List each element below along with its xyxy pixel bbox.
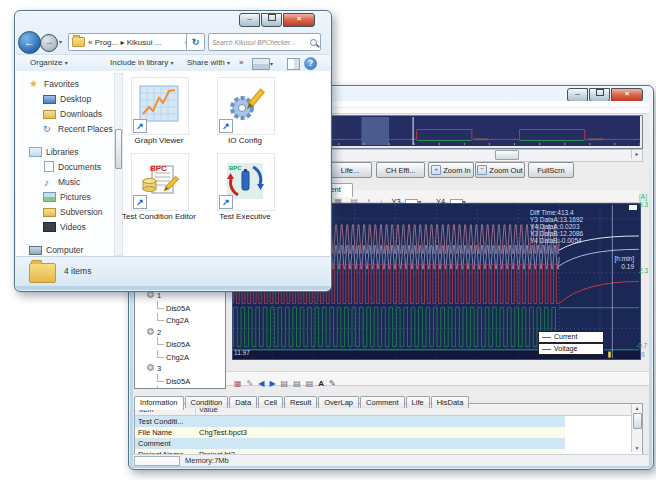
tree-node-3[interactable]: 3 (135, 364, 225, 374)
desktop-icon (43, 95, 56, 104)
file-label[interactable]: Test Condition Editor (115, 212, 203, 221)
sidebar-item-videos[interactable]: Videos (21, 220, 113, 235)
file-tile-io-config[interactable]: ↗ (217, 77, 275, 135)
scroll-right-arrow[interactable]: ► (631, 150, 642, 159)
file-tile-test-condition-editor[interactable]: BPC ↗ (131, 153, 189, 211)
sidebar-group-favorites[interactable]: Favorites (21, 77, 113, 92)
life-button[interactable]: Life... (328, 162, 372, 178)
back-button[interactable]: ← (18, 31, 41, 54)
organize-label: Organize (30, 58, 62, 67)
sidebar-item-pictures[interactable]: Pictures (21, 190, 113, 205)
table-vscrollbar[interactable]: ▲ ▼ (631, 404, 642, 452)
tree-leaf-dis05a[interactable]: Dis05A (135, 374, 225, 387)
sidebar-item-documents[interactable]: Documents (21, 160, 113, 175)
tab-hisdata[interactable]: HisData (431, 396, 470, 408)
tree-leaf-dis05a[interactable]: Dis05A (135, 337, 225, 350)
right-axis-unit: [A] (639, 193, 647, 200)
nav-item-label: Pictures (60, 192, 91, 202)
nav-group-label: Libraries (46, 147, 79, 157)
history-dropdown-icon[interactable]: ▾ (59, 38, 62, 45)
copy2-icon[interactable]: ▤ (293, 378, 301, 390)
views-dropdown-icon[interactable]: ▾ (270, 60, 273, 67)
sidebar-item-music[interactable]: Music (21, 175, 113, 190)
search-box[interactable]: Search Kikusui BPChecker... (208, 33, 321, 51)
pencil-icon[interactable]: ✎ (329, 378, 336, 390)
table-scroll-thumb[interactable] (633, 413, 642, 429)
tree-leaf-chg2a[interactable]: Chg2A (135, 386, 225, 389)
table-row[interactable]: Comment (135, 438, 565, 449)
forward-button[interactable]: → (40, 34, 58, 52)
close-button[interactable]: × (283, 13, 315, 27)
tab-overlap[interactable]: OverLap (318, 396, 359, 408)
row-value-cell: ChgTest.bpct3 (199, 427, 563, 438)
zoom-in-button[interactable]: +Zoom In (428, 162, 474, 178)
right-axis-tick-top: 5.3 (639, 201, 648, 208)
tab-comment[interactable]: Comment (360, 396, 405, 408)
help-icon[interactable]: ? (304, 57, 317, 70)
sidebar-item-subversion[interactable]: Subversion (21, 205, 113, 220)
share-with-menu[interactable]: Share with ▾ (187, 58, 230, 67)
tree-leaf-chg2a[interactable]: Chg2A (135, 313, 225, 326)
minimize-button[interactable]: – (239, 13, 260, 27)
item-count-text: 4 items (64, 266, 91, 276)
sidebar-item-recent-places[interactable]: Recent Places (21, 122, 113, 137)
details-pane: 4 items (16, 256, 330, 286)
minimize-button[interactable]: – (567, 88, 588, 102)
scroll-thumb[interactable] (495, 150, 519, 160)
tree-node-icon (147, 364, 154, 371)
tree-node-1[interactable]: 1 (135, 291, 225, 301)
nav-pane-scrollbar[interactable] (114, 73, 123, 256)
palette-icon[interactable]: ▦ (234, 378, 242, 390)
tab-condition[interactable]: Condition (185, 396, 229, 408)
copy-icon[interactable]: ▤ (281, 378, 289, 390)
toolbar-overflow-chevron[interactable]: » (239, 58, 243, 67)
zoom-out-button[interactable]: −Zoom Out (475, 162, 525, 178)
fullscreen-button[interactable]: FullScrn (528, 162, 574, 178)
tree-leaf-dis05a[interactable]: Dis05A (135, 301, 225, 314)
cursor-readout-line: Diff Time:413.4 (530, 209, 610, 216)
file-label[interactable]: Graph Viewer (115, 136, 203, 145)
tab-cell[interactable]: Cell (258, 396, 283, 408)
tab-life[interactable]: Life (406, 396, 430, 408)
tab-information[interactable]: Information (134, 396, 184, 410)
refresh-button[interactable]: ↻ (186, 33, 205, 51)
table-scroll-down-arrow[interactable]: ▼ (632, 444, 642, 452)
ch-efficiency-button[interactable]: CH Effi... (376, 162, 425, 178)
nav-group-label: Favorites (44, 79, 79, 89)
tree-leaf-chg2a[interactable]: Chg2A (135, 350, 225, 363)
nav-scroll-thumb[interactable] (115, 129, 122, 169)
sidebar-item-downloads[interactable]: Downloads (21, 107, 113, 122)
organize-menu[interactable]: Organize ▾ (30, 58, 68, 67)
zoom-in-icon: + (431, 165, 441, 175)
search-icon[interactable] (310, 39, 317, 46)
text-icon[interactable]: A (318, 378, 324, 390)
tab-result[interactable]: Result (284, 396, 317, 408)
views-icon[interactable] (252, 58, 270, 70)
sidebar-group-libraries[interactable]: Libraries (21, 145, 113, 160)
maximize-button[interactable] (589, 88, 610, 102)
sidebar-group-computer[interactable]: Computer (21, 243, 113, 256)
preview-pane-icon[interactable] (287, 58, 300, 70)
prev-icon[interactable]: ◀ (258, 378, 264, 390)
next-icon[interactable]: ▶ (269, 378, 275, 390)
tree-node-2[interactable]: 2 (135, 328, 225, 338)
file-label[interactable]: IO Config (201, 136, 289, 145)
file-tile-test-executive[interactable]: BPC ↗ (217, 153, 275, 211)
copy3-icon[interactable]: ▤ (306, 378, 314, 390)
eraser-icon[interactable]: ✎ (247, 378, 254, 390)
maximize-button[interactable] (261, 13, 282, 27)
row-item-cell: File Name (138, 427, 194, 438)
table-row[interactable]: File NameChgTest.bpct3 (135, 427, 565, 438)
sidebar-item-desktop[interactable]: Desktop (21, 92, 113, 107)
include-in-library-menu[interactable]: Include in library ▾ (110, 58, 174, 67)
table-row[interactable]: Test Conditi... (135, 416, 565, 427)
breadcrumb[interactable]: « Prog... ▸ Kikusui ... (88, 38, 185, 47)
address-bar[interactable]: « Prog... ▸ Kikusui ... ▾ (68, 33, 192, 51)
file-tile-graph-viewer[interactable]: ↗ (131, 77, 189, 135)
tab-data[interactable]: Data (229, 396, 257, 408)
file-label[interactable]: Test Executive (201, 212, 289, 221)
row-item-cell: Comment (138, 438, 194, 449)
table-scroll-up-arrow[interactable]: ▲ (632, 404, 642, 412)
close-button[interactable]: × (611, 88, 643, 102)
video-icon (43, 222, 56, 232)
